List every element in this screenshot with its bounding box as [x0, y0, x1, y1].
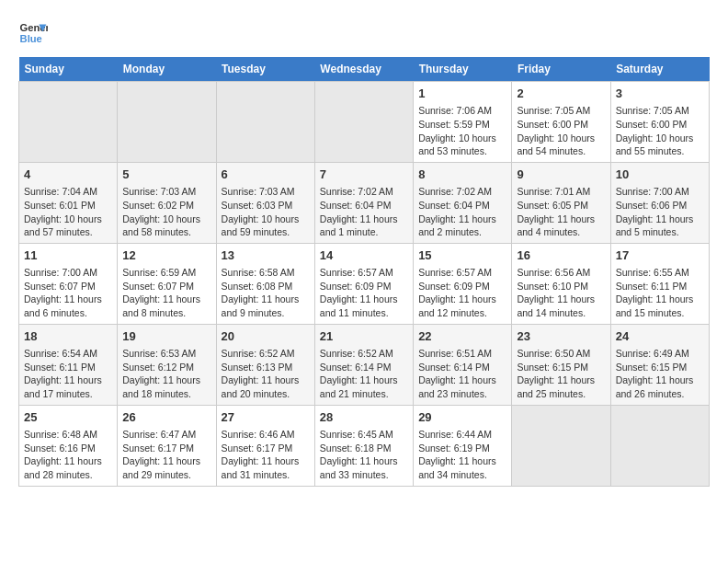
day-number: 8: [418, 167, 506, 183]
calendar-cell: 2Sunrise: 7:05 AMSunset: 6:00 PMDaylight…: [512, 82, 610, 163]
cell-content: Sunrise: 7:03 AMSunset: 6:03 PMDaylight:…: [222, 185, 310, 239]
calendar-cell: 1Sunrise: 7:06 AMSunset: 5:59 PMDaylight…: [414, 82, 512, 163]
calendar-cell: 16Sunrise: 6:56 AMSunset: 6:10 PMDayligh…: [512, 243, 610, 324]
cell-content: Sunrise: 6:50 AMSunset: 6:15 PMDaylight:…: [517, 347, 605, 401]
calendar-cell: [512, 405, 610, 486]
day-number: 19: [122, 328, 210, 345]
day-number: 3: [616, 86, 704, 102]
calendar-cell: 24Sunrise: 6:49 AMSunset: 6:15 PMDayligh…: [610, 324, 709, 405]
day-number: 28: [320, 409, 408, 426]
week-row-5: 25Sunrise: 6:48 AMSunset: 6:16 PMDayligh…: [19, 405, 710, 486]
calendar-cell: [610, 405, 709, 486]
calendar-cell: 11Sunrise: 7:00 AMSunset: 6:07 PMDayligh…: [19, 243, 118, 324]
day-number: 17: [616, 247, 704, 264]
cell-content: Sunrise: 7:04 AMSunset: 6:01 PMDaylight:…: [24, 185, 112, 239]
cell-content: Sunrise: 6:56 AMSunset: 6:10 PMDaylight:…: [517, 266, 605, 320]
cell-content: Sunrise: 6:51 AMSunset: 6:14 PMDaylight:…: [418, 347, 506, 401]
calendar-cell: 19Sunrise: 6:53 AMSunset: 6:12 PMDayligh…: [118, 324, 216, 405]
day-number: 25: [24, 409, 112, 426]
cell-content: Sunrise: 6:54 AMSunset: 6:11 PMDaylight:…: [24, 347, 112, 401]
week-row-4: 18Sunrise: 6:54 AMSunset: 6:11 PMDayligh…: [19, 324, 710, 405]
header-cell-thursday: Thursday: [414, 57, 512, 82]
header: General Blue: [18, 18, 710, 48]
cell-content: Sunrise: 7:06 AMSunset: 5:59 PMDaylight:…: [418, 104, 506, 158]
calendar-cell: 15Sunrise: 6:57 AMSunset: 6:09 PMDayligh…: [414, 243, 512, 324]
cell-content: Sunrise: 7:01 AMSunset: 6:05 PMDaylight:…: [517, 185, 605, 239]
calendar-cell: 7Sunrise: 7:02 AMSunset: 6:04 PMDaylight…: [314, 162, 413, 243]
cell-content: Sunrise: 7:02 AMSunset: 6:04 PMDaylight:…: [418, 185, 506, 239]
calendar-cell: 22Sunrise: 6:51 AMSunset: 6:14 PMDayligh…: [414, 324, 512, 405]
day-number: 14: [320, 247, 408, 264]
calendar-cell: 21Sunrise: 6:52 AMSunset: 6:14 PMDayligh…: [314, 324, 413, 405]
day-number: 4: [24, 167, 112, 183]
cell-content: Sunrise: 6:57 AMSunset: 6:09 PMDaylight:…: [320, 266, 408, 320]
day-number: 20: [222, 328, 310, 345]
cell-content: Sunrise: 6:53 AMSunset: 6:12 PMDaylight:…: [122, 347, 210, 401]
calendar-cell: 6Sunrise: 7:03 AMSunset: 6:03 PMDaylight…: [216, 162, 314, 243]
cell-content: Sunrise: 6:45 AMSunset: 6:18 PMDaylight:…: [320, 428, 408, 482]
header-cell-wednesday: Wednesday: [314, 57, 413, 82]
day-number: 6: [222, 167, 310, 183]
cell-content: Sunrise: 7:03 AMSunset: 6:02 PMDaylight:…: [122, 185, 210, 239]
cell-content: Sunrise: 6:55 AMSunset: 6:11 PMDaylight:…: [616, 266, 704, 320]
day-number: 18: [24, 328, 112, 345]
cell-content: Sunrise: 6:49 AMSunset: 6:15 PMDaylight:…: [616, 347, 704, 401]
day-number: 12: [122, 247, 210, 264]
day-number: 15: [418, 247, 506, 264]
svg-text:Blue: Blue: [20, 33, 42, 44]
calendar-cell: 26Sunrise: 6:47 AMSunset: 6:17 PMDayligh…: [118, 405, 216, 486]
cell-content: Sunrise: 6:57 AMSunset: 6:09 PMDaylight:…: [418, 266, 506, 320]
cell-content: Sunrise: 6:58 AMSunset: 6:08 PMDaylight:…: [222, 266, 310, 320]
calendar-cell: 12Sunrise: 6:59 AMSunset: 6:07 PMDayligh…: [118, 243, 216, 324]
day-number: 1: [418, 86, 506, 102]
calendar-cell: [19, 82, 118, 163]
day-number: 27: [222, 409, 310, 426]
header-cell-saturday: Saturday: [610, 57, 709, 82]
calendar-cell: 29Sunrise: 6:44 AMSunset: 6:19 PMDayligh…: [414, 405, 512, 486]
day-number: 23: [517, 328, 605, 345]
day-number: 2: [517, 86, 605, 102]
calendar-cell: 28Sunrise: 6:45 AMSunset: 6:18 PMDayligh…: [314, 405, 413, 486]
calendar-cell: 20Sunrise: 6:52 AMSunset: 6:13 PMDayligh…: [216, 324, 314, 405]
cell-content: Sunrise: 7:05 AMSunset: 6:00 PMDaylight:…: [616, 104, 704, 158]
logo: General Blue: [18, 18, 48, 48]
calendar-cell: 25Sunrise: 6:48 AMSunset: 6:16 PMDayligh…: [19, 405, 118, 486]
cell-content: Sunrise: 7:02 AMSunset: 6:04 PMDaylight:…: [320, 185, 408, 239]
day-number: 26: [122, 409, 210, 426]
day-number: 21: [320, 328, 408, 345]
calendar-cell: 5Sunrise: 7:03 AMSunset: 6:02 PMDaylight…: [118, 162, 216, 243]
calendar-cell: [216, 82, 314, 163]
day-number: 24: [616, 328, 704, 345]
day-number: 9: [517, 167, 605, 183]
calendar-table: SundayMondayTuesdayWednesdayThursdayFrid…: [18, 57, 710, 487]
cell-content: Sunrise: 6:44 AMSunset: 6:19 PMDaylight:…: [418, 428, 506, 482]
day-number: 13: [222, 247, 310, 264]
header-cell-monday: Monday: [118, 57, 216, 82]
calendar-cell: 23Sunrise: 6:50 AMSunset: 6:15 PMDayligh…: [512, 324, 610, 405]
week-row-3: 11Sunrise: 7:00 AMSunset: 6:07 PMDayligh…: [19, 243, 710, 324]
day-number: 11: [24, 247, 112, 264]
calendar-cell: 4Sunrise: 7:04 AMSunset: 6:01 PMDaylight…: [19, 162, 118, 243]
header-row: SundayMondayTuesdayWednesdayThursdayFrid…: [19, 57, 710, 82]
day-number: 10: [616, 167, 704, 183]
calendar-cell: 18Sunrise: 6:54 AMSunset: 6:11 PMDayligh…: [19, 324, 118, 405]
calendar-cell: [314, 82, 413, 163]
cell-content: Sunrise: 6:47 AMSunset: 6:17 PMDaylight:…: [122, 428, 210, 482]
logo-icon: General Blue: [18, 18, 48, 48]
cell-content: Sunrise: 6:48 AMSunset: 6:16 PMDaylight:…: [24, 428, 112, 482]
cell-content: Sunrise: 6:52 AMSunset: 6:13 PMDaylight:…: [222, 347, 310, 401]
day-number: 29: [418, 409, 506, 426]
calendar-cell: [118, 82, 216, 163]
header-cell-tuesday: Tuesday: [216, 57, 314, 82]
week-row-1: 1Sunrise: 7:06 AMSunset: 5:59 PMDaylight…: [19, 82, 710, 163]
day-number: 5: [122, 167, 210, 183]
calendar-cell: 9Sunrise: 7:01 AMSunset: 6:05 PMDaylight…: [512, 162, 610, 243]
cell-content: Sunrise: 6:52 AMSunset: 6:14 PMDaylight:…: [320, 347, 408, 401]
calendar-cell: 14Sunrise: 6:57 AMSunset: 6:09 PMDayligh…: [314, 243, 413, 324]
header-cell-friday: Friday: [512, 57, 610, 82]
calendar-cell: 17Sunrise: 6:55 AMSunset: 6:11 PMDayligh…: [610, 243, 709, 324]
cell-content: Sunrise: 6:59 AMSunset: 6:07 PMDaylight:…: [122, 266, 210, 320]
day-number: 7: [320, 167, 408, 183]
calendar-cell: 13Sunrise: 6:58 AMSunset: 6:08 PMDayligh…: [216, 243, 314, 324]
calendar-cell: 8Sunrise: 7:02 AMSunset: 6:04 PMDaylight…: [414, 162, 512, 243]
